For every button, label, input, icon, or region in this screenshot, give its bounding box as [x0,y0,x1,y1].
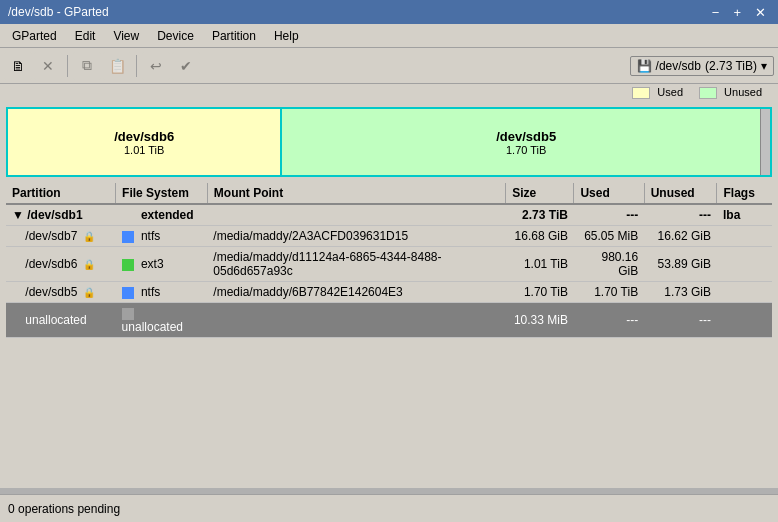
toolbar: 🗎 ✕ ⧉ 📋 ↩ ✔ 💾 /dev/sdb (2.73 TiB) ▾ [0,48,778,84]
operations-count: 0 [8,502,15,516]
menu-gparted[interactable]: GParted [4,27,65,45]
cell-used: 980.16 GiB [574,247,644,282]
table-row[interactable]: /dev/sdb6 🔒 ext3 /media/maddy/d11124a4-6… [6,247,772,282]
delete-button[interactable]: ✕ [34,52,62,80]
partition-table: Partition File System Mount Point Size U… [6,183,772,338]
paste-button[interactable]: 📋 [103,52,131,80]
cell-size: 16.68 GiB [506,226,574,247]
cell-partition: /dev/sdb6 🔒 [6,247,116,282]
lock-icon: 🔒 [83,231,95,242]
titlebar-controls: − + ✕ [708,5,770,20]
table-row[interactable]: unallocated unallocated 10.33 MiB --- --… [6,303,772,338]
cell-filesystem: extended [116,204,208,226]
menubar: GParted Edit View Device Partition Help [0,24,778,48]
fs-icon-ntfs [122,287,134,299]
table-body: ▼ /dev/sdb1 extended 2.73 TiB --- --- lb… [6,204,772,338]
cell-size: 2.73 TiB [506,204,574,226]
cell-unused: 1.73 GiB [644,282,717,303]
toolbar-separator-2 [136,55,137,77]
cell-mountpoint: /media/maddy/6B77842E142604E3 [207,282,505,303]
expand-icon: ▼ [12,208,27,222]
menu-partition[interactable]: Partition [204,27,264,45]
cell-flags [717,303,772,338]
cell-used: --- [574,303,644,338]
table-row[interactable]: /dev/sdb5 🔒 ntfs /media/maddy/6B77842E14… [6,282,772,303]
apply-button[interactable]: ✔ [172,52,200,80]
legend-unused-label: Unused [724,86,762,98]
cell-mountpoint [207,204,505,226]
table-header: Partition File System Mount Point Size U… [6,183,772,204]
legend-used: Used [632,86,683,99]
cell-mountpoint: /media/maddy/2A3ACFD039631D15 [207,226,505,247]
disk-partition-sdb5[interactable]: /dev/sdb5 1.70 TiB [282,109,770,175]
col-header-mountpoint[interactable]: Mount Point [207,183,505,204]
minimize-button[interactable]: − [708,5,724,20]
legend-unused: Unused [699,86,762,99]
cell-size: 1.01 TiB [506,247,574,282]
legend-used-label: Used [657,86,683,98]
legend-used-box [632,87,650,99]
copy-button[interactable]: ⧉ [73,52,101,80]
lock-icon: 🔒 [83,287,95,298]
col-header-filesystem[interactable]: File System [116,183,208,204]
cell-used: 65.05 MiB [574,226,644,247]
col-header-flags[interactable]: Flags [717,183,772,204]
menu-device[interactable]: Device [149,27,202,45]
device-size: (2.73 TiB) [705,59,757,73]
cell-flags: lba [717,204,772,226]
disk-partition-sdb6-size: 1.01 TiB [124,144,164,156]
disk-visual: /dev/sdb6 1.01 TiB /dev/sdb5 1.70 TiB [6,107,772,177]
col-header-unused[interactable]: Unused [644,183,717,204]
statusbar: 0 operations pending [0,494,778,522]
cell-size: 10.33 MiB [506,303,574,338]
col-header-used[interactable]: Used [574,183,644,204]
cell-unused: --- [644,303,717,338]
cell-partition: /dev/sdb7 🔒 [6,226,116,247]
legend-unused-box [699,87,717,99]
menu-edit[interactable]: Edit [67,27,104,45]
maximize-button[interactable]: + [729,5,745,20]
menu-help[interactable]: Help [266,27,307,45]
device-icon: 💾 [637,59,652,73]
disk-partition-sdb6[interactable]: /dev/sdb6 1.01 TiB [8,109,282,175]
cell-partition: unallocated [6,303,116,338]
legend: Used Unused [0,84,778,101]
cell-used: 1.70 TiB [574,282,644,303]
disk-scrollbar[interactable] [760,109,770,175]
lock-icon: 🔒 [83,259,95,270]
cell-filesystem: ntfs [116,282,208,303]
cell-mountpoint [207,303,505,338]
cell-partition: ▼ /dev/sdb1 [6,204,116,226]
undo-button[interactable]: ↩ [142,52,170,80]
titlebar: /dev/sdb - GParted − + ✕ [0,0,778,24]
cell-unused: 53.89 GiB [644,247,717,282]
cell-flags [717,282,772,303]
disk-partition-sdb5-label: /dev/sdb5 [496,129,556,144]
disk-partition-sdb5-size: 1.70 TiB [506,144,546,156]
operations-label: operations pending [15,502,120,516]
cell-flags [717,226,772,247]
cell-filesystem: unallocated [116,303,208,338]
disk-partition-sdb6-label: /dev/sdb6 [114,129,174,144]
titlebar-title: /dev/sdb - GParted [8,5,109,19]
menu-view[interactable]: View [105,27,147,45]
table-row[interactable]: ▼ /dev/sdb1 extended 2.73 TiB --- --- lb… [6,204,772,226]
table-row[interactable]: /dev/sdb7 🔒 ntfs /media/maddy/2A3ACFD039… [6,226,772,247]
cell-size: 1.70 TiB [506,282,574,303]
col-header-partition[interactable]: Partition [6,183,116,204]
col-header-size[interactable]: Size [506,183,574,204]
device-label: /dev/sdb [656,59,701,73]
new-button[interactable]: 🗎 [4,52,32,80]
cell-mountpoint: /media/maddy/d11124a4-6865-4344-8488-05d… [207,247,505,282]
fs-icon-ext3 [122,259,134,271]
cell-filesystem: ntfs [116,226,208,247]
cell-unused: 16.62 GiB [644,226,717,247]
cell-partition: /dev/sdb5 🔒 [6,282,116,303]
device-selector[interactable]: 💾 /dev/sdb (2.73 TiB) ▾ [630,56,774,76]
cell-unused: --- [644,204,717,226]
cell-filesystem: ext3 [116,247,208,282]
cell-used: --- [574,204,644,226]
fs-icon [122,210,134,222]
close-button[interactable]: ✕ [751,5,770,20]
cell-flags [717,247,772,282]
